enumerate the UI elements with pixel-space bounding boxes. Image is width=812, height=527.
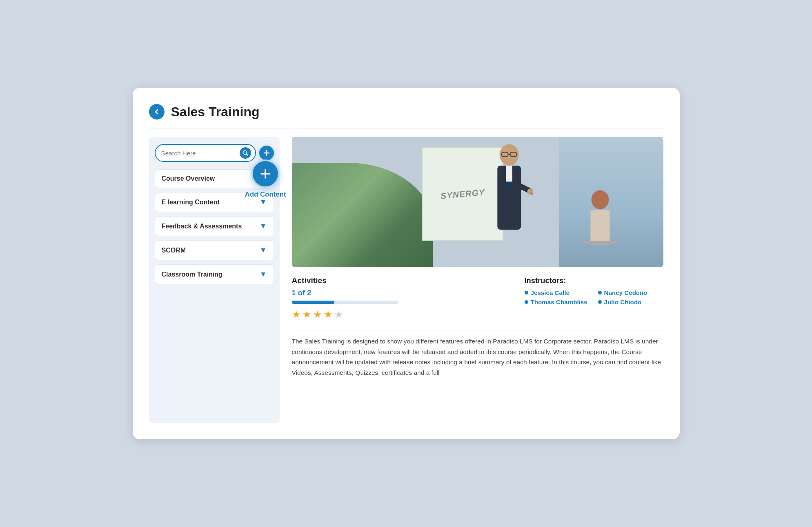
- course-image: SYNERGY: [292, 137, 663, 267]
- add-content-label: Add Content: [245, 190, 286, 199]
- stars-row: ★ ★ ★ ★ ★: [292, 309, 508, 320]
- activities-left: Activities 1 of 2 ★ ★ ★ ★ ★: [292, 276, 508, 320]
- chevron-down-icon: ▼: [260, 246, 267, 255]
- sidebar-overview-label: Course Overview: [162, 175, 215, 182]
- chevron-down-icon: ▼: [260, 222, 267, 230]
- sidebar-item-label: Classroom Training: [162, 271, 222, 278]
- sidebar: Add Content Course Overview E learning C…: [149, 137, 280, 423]
- instructor-name: Thomas Chambliss: [531, 299, 587, 306]
- chevron-down-icon: ▼: [260, 270, 267, 279]
- instructor-name: Nancy Cedeno: [604, 289, 647, 296]
- page-title: Sales Training: [171, 104, 260, 120]
- instructor-item[interactable]: Jessica Calle: [525, 289, 590, 296]
- star-5: ★: [334, 309, 343, 320]
- instructor-dot: [525, 300, 528, 304]
- add-content-plus-btn[interactable]: [251, 159, 280, 188]
- svg-rect-17: [590, 210, 610, 244]
- svg-rect-18: [583, 241, 617, 245]
- instructor-name: Jessica Calle: [531, 289, 570, 296]
- sidebar-menu: E learning Content ▼ Feedback & Assessme…: [155, 192, 274, 284]
- progress-bar: [292, 301, 398, 304]
- search-button[interactable]: [240, 147, 251, 159]
- main-layout: Add Content Course Overview E learning C…: [149, 129, 663, 423]
- instructor-dot: [598, 300, 602, 304]
- sidebar-item-scorm[interactable]: SCORM ▼: [155, 240, 274, 260]
- main-card: Sales Training: [133, 88, 680, 439]
- instructor-dot: [598, 291, 602, 294]
- instructors-label: Instructors:: [525, 276, 663, 285]
- back-button[interactable]: [149, 104, 165, 120]
- sidebar-item-label: SCORM: [162, 247, 186, 254]
- whiteboard-text: SYNERGY: [440, 187, 485, 201]
- chevron-down-icon: ▼: [260, 198, 267, 206]
- instructors-section: Instructors: Jessica Calle Nancy Cedeno: [525, 276, 663, 306]
- star-3: ★: [313, 309, 322, 320]
- svg-point-6: [499, 144, 518, 166]
- instructor-name: Julio Chiodo: [604, 299, 642, 306]
- plants-decoration: [292, 163, 433, 267]
- description-text: The Sales Training is designed to show y…: [292, 336, 663, 378]
- activities-row: Activities 1 of 2 ★ ★ ★ ★ ★ Instructors:: [292, 276, 663, 320]
- svg-line-1: [246, 154, 248, 156]
- divider: [292, 330, 663, 330]
- star-1: ★: [292, 309, 301, 320]
- page-header: Sales Training: [149, 104, 663, 129]
- add-content-button[interactable]: [259, 146, 274, 160]
- search-row: Add Content: [155, 144, 274, 162]
- seated-person: [567, 189, 634, 267]
- sidebar-item-classroom[interactable]: Classroom Training ▼: [155, 264, 274, 284]
- progress-count: 1 of 2: [292, 288, 508, 297]
- course-scene: SYNERGY: [292, 137, 663, 267]
- sidebar-item-label: Feedback & Assessments: [162, 223, 242, 230]
- instructor-item[interactable]: Julio Chiodo: [598, 299, 663, 306]
- search-input[interactable]: [161, 150, 237, 157]
- sidebar-item-label: E learning Content: [162, 199, 220, 206]
- svg-rect-12: [506, 166, 512, 182]
- add-content-popup: Add Content: [245, 159, 286, 199]
- instructor-item[interactable]: Nancy Cedeno: [598, 289, 663, 296]
- search-input-wrap: [155, 144, 256, 162]
- svg-point-16: [591, 190, 609, 209]
- instructor-dot: [525, 291, 528, 294]
- star-2: ★: [303, 309, 311, 320]
- star-4: ★: [324, 309, 333, 320]
- sidebar-item-feedback[interactable]: Feedback & Assessments ▼: [155, 216, 274, 236]
- content-area: SYNERGY: [280, 129, 663, 423]
- instructors-grid: Jessica Calle Nancy Cedeno Thomas Chambl…: [525, 289, 663, 306]
- instructor-item[interactable]: Thomas Chambliss: [525, 299, 590, 306]
- progress-bar-fill: [292, 301, 334, 304]
- instructor-silhouette: [485, 143, 533, 261]
- activities-label: Activities: [292, 276, 508, 285]
